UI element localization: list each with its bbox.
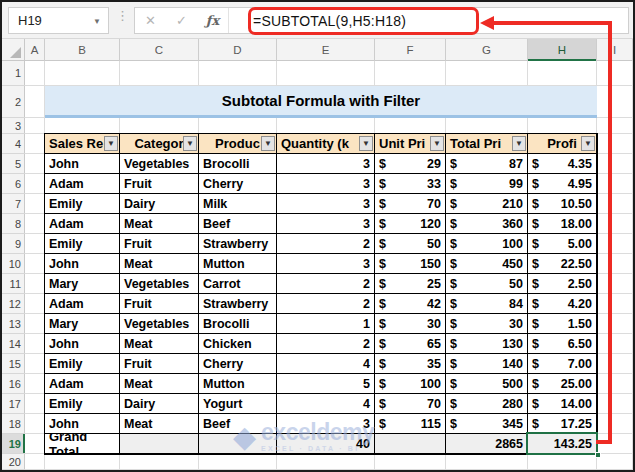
cell-C7[interactable]: Dairy — [120, 194, 199, 214]
sheet-cell-A3[interactable] — [25, 118, 45, 134]
sheet-cell-A19[interactable] — [25, 434, 45, 454]
cell-F18[interactable]: $115 — [375, 414, 446, 434]
cell-H10[interactable]: $22.50 — [528, 254, 597, 274]
name-box[interactable]: H19 ▼ — [8, 7, 109, 34]
sheet-cell-I7[interactable] — [597, 194, 633, 214]
table-header-E4[interactable]: Quantity (k▼ — [277, 134, 375, 154]
cell-D17[interactable]: Yogurt — [199, 394, 277, 414]
filter-button[interactable]: ▼ — [261, 136, 275, 151]
row-header-19[interactable]: 19 — [2, 434, 25, 454]
table-header-H4[interactable]: Profi▼ — [528, 134, 597, 154]
cell-H18[interactable]: $17.25 — [528, 414, 597, 434]
cell-D8[interactable]: Beef — [199, 214, 277, 234]
column-header-G[interactable]: G — [446, 39, 528, 61]
column-header-I[interactable]: I — [597, 39, 633, 61]
sheet-cell-A6[interactable] — [25, 174, 45, 194]
sheet-cell-A18[interactable] — [25, 414, 45, 434]
cell-E14[interactable]: 2 — [277, 334, 375, 354]
sheet-cell-A10[interactable] — [25, 254, 45, 274]
cell-D18[interactable]: Beef — [199, 414, 277, 434]
sheet-cell-E20[interactable] — [277, 454, 375, 470]
sheet-cell-A8[interactable] — [25, 214, 45, 234]
column-header-D[interactable]: D — [199, 39, 277, 61]
row-header-20[interactable]: 20 — [2, 454, 25, 470]
sheet-cell-F20[interactable] — [375, 454, 446, 470]
active-cell-selection-border[interactable] — [526, 432, 598, 455]
cell-G10[interactable]: $450 — [446, 254, 528, 274]
cell-E13[interactable]: 1 — [277, 314, 375, 334]
cancel-icon[interactable]: ✕ — [135, 13, 166, 28]
cell-D5[interactable]: Brocolli — [199, 154, 277, 174]
sheet-cell-I14[interactable] — [597, 334, 633, 354]
cell-F9[interactable]: $50 — [375, 234, 446, 254]
row-header-3[interactable]: 3 — [2, 118, 25, 134]
sheet-cell-A15[interactable] — [25, 354, 45, 374]
sheet-cell-I20[interactable] — [597, 454, 633, 470]
cell-G19[interactable]: 2865 — [446, 434, 528, 454]
cell-H6[interactable]: $4.95 — [528, 174, 597, 194]
sheet-cell-D3[interactable] — [199, 118, 277, 134]
column-header-B[interactable]: B — [45, 39, 120, 61]
cell-D15[interactable]: Cherry — [199, 354, 277, 374]
sheet-cell-A13[interactable] — [25, 314, 45, 334]
cell-C12[interactable]: Fruit — [120, 294, 199, 314]
sheet-cell-G20[interactable] — [446, 454, 528, 470]
sheet-cell-A5[interactable] — [25, 154, 45, 174]
cell-G9[interactable]: $100 — [446, 234, 528, 254]
cell-C17[interactable]: Dairy — [120, 394, 199, 414]
cell-D10[interactable]: Mutton — [199, 254, 277, 274]
sheet-cell-A11[interactable] — [25, 274, 45, 294]
sheet-cell-I8[interactable] — [597, 214, 633, 234]
cell-D16[interactable]: Mutton — [199, 374, 277, 394]
cell-E18[interactable]: 3 — [277, 414, 375, 434]
cell-H7[interactable]: $10.50 — [528, 194, 597, 214]
row-header-14[interactable]: 14 — [2, 334, 25, 354]
cell-B5[interactable]: John — [45, 154, 120, 174]
row-header-1[interactable]: 1 — [2, 61, 25, 86]
filter-button[interactable]: ▼ — [581, 136, 595, 151]
row-header-11[interactable]: 11 — [2, 274, 25, 294]
cell-H9[interactable]: $5.00 — [528, 234, 597, 254]
sheet-cell-I6[interactable] — [597, 174, 633, 194]
cell-E10[interactable]: 3 — [277, 254, 375, 274]
sheet-cell-A4[interactable] — [25, 134, 45, 154]
cell-E12[interactable]: 2 — [277, 294, 375, 314]
cell-G6[interactable]: $99 — [446, 174, 528, 194]
sheet-cell-H1[interactable] — [528, 61, 597, 86]
cell-C13[interactable]: Vegetables — [120, 314, 199, 334]
cell-G5[interactable]: $87 — [446, 154, 528, 174]
row-header-16[interactable]: 16 — [2, 374, 25, 394]
cell-H5[interactable]: $4.35 — [528, 154, 597, 174]
cell-G17[interactable]: $280 — [446, 394, 528, 414]
row-header-13[interactable]: 13 — [2, 314, 25, 334]
cell-E5[interactable]: 3 — [277, 154, 375, 174]
cell-B6[interactable]: Adam — [45, 174, 120, 194]
sheet-cell-I5[interactable] — [597, 154, 633, 174]
sheet-cell-C20[interactable] — [120, 454, 199, 470]
cell-E9[interactable]: 2 — [277, 234, 375, 254]
cell-G8[interactable]: $360 — [446, 214, 528, 234]
sheet-cell-B20[interactable] — [45, 454, 120, 470]
sheet-cell-G3[interactable] — [446, 118, 528, 134]
cell-B8[interactable]: Adam — [45, 214, 120, 234]
row-header-18[interactable]: 18 — [2, 414, 25, 434]
cell-C8[interactable]: Meat — [120, 214, 199, 234]
worksheet-title-cell[interactable]: Subtotal Formula with Filter — [45, 86, 597, 118]
cell-B19[interactable]: Grand Total — [45, 434, 120, 454]
cell-B12[interactable]: Adam — [45, 294, 120, 314]
cell-H11[interactable]: $2.50 — [528, 274, 597, 294]
column-header-H[interactable]: H — [528, 39, 597, 61]
cell-D9[interactable]: Strawberry — [199, 234, 277, 254]
sheet-cell-F1[interactable] — [375, 61, 446, 86]
cell-B15[interactable]: Emily — [45, 354, 120, 374]
cell-H15[interactable]: $7.00 — [528, 354, 597, 374]
cell-G13[interactable]: $30 — [446, 314, 528, 334]
cell-D19[interactable] — [199, 434, 277, 454]
cell-C15[interactable]: Fruit — [120, 354, 199, 374]
sheet-cell-I15[interactable] — [597, 354, 633, 374]
sheet-cell-A7[interactable] — [25, 194, 45, 214]
cell-C9[interactable]: Fruit — [120, 234, 199, 254]
cell-G11[interactable]: $50 — [446, 274, 528, 294]
cell-C16[interactable]: Meat — [120, 374, 199, 394]
cell-E16[interactable]: 5 — [277, 374, 375, 394]
